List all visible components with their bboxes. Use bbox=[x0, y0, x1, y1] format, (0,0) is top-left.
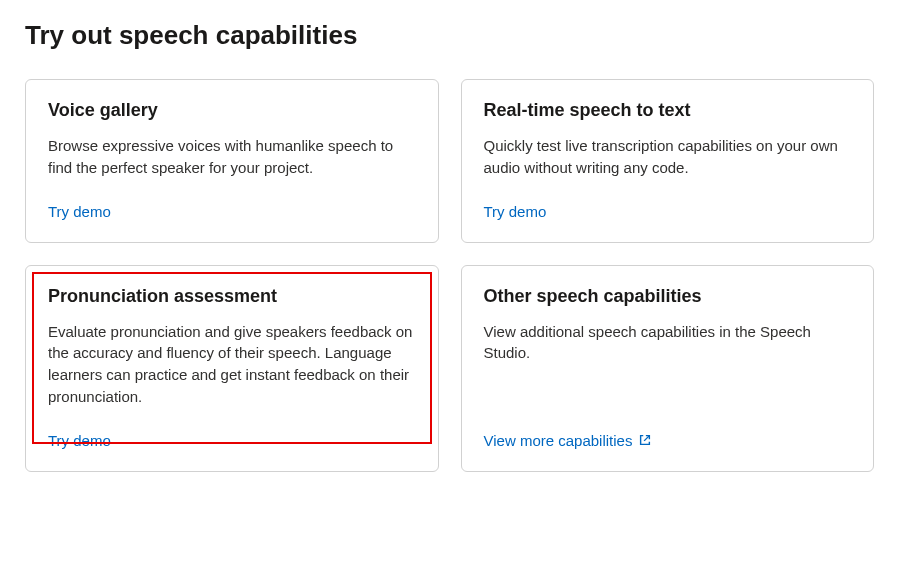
card-voice-gallery: Voice gallery Browse expressive voices w… bbox=[25, 79, 439, 243]
link-label: Try demo bbox=[484, 203, 547, 220]
card-title: Voice gallery bbox=[48, 100, 416, 121]
try-demo-link[interactable]: Try demo bbox=[48, 432, 111, 449]
try-demo-link[interactable]: Try demo bbox=[484, 203, 547, 220]
card-pronunciation-assessment: Pronunciation assessment Evaluate pronun… bbox=[25, 265, 439, 472]
card-description: Quickly test live transcription capabili… bbox=[484, 135, 852, 179]
external-link-icon bbox=[638, 433, 652, 447]
page-title: Try out speech capabilities bbox=[25, 20, 874, 51]
try-demo-link[interactable]: Try demo bbox=[48, 203, 111, 220]
link-label: View more capabilities bbox=[484, 432, 633, 449]
card-description: Evaluate pronunciation and give speakers… bbox=[48, 321, 416, 408]
view-more-link[interactable]: View more capabilities bbox=[484, 432, 653, 449]
card-title: Real-time speech to text bbox=[484, 100, 852, 121]
card-realtime-stt: Real-time speech to text Quickly test li… bbox=[461, 79, 875, 243]
link-label: Try demo bbox=[48, 203, 111, 220]
card-title: Other speech capabilities bbox=[484, 286, 852, 307]
card-other-capabilities: Other speech capabilities View additiona… bbox=[461, 265, 875, 472]
link-label: Try demo bbox=[48, 432, 111, 449]
card-title: Pronunciation assessment bbox=[48, 286, 416, 307]
card-description: Browse expressive voices with humanlike … bbox=[48, 135, 416, 179]
card-grid: Voice gallery Browse expressive voices w… bbox=[25, 79, 874, 472]
card-description: View additional speech capabilities in t… bbox=[484, 321, 852, 408]
